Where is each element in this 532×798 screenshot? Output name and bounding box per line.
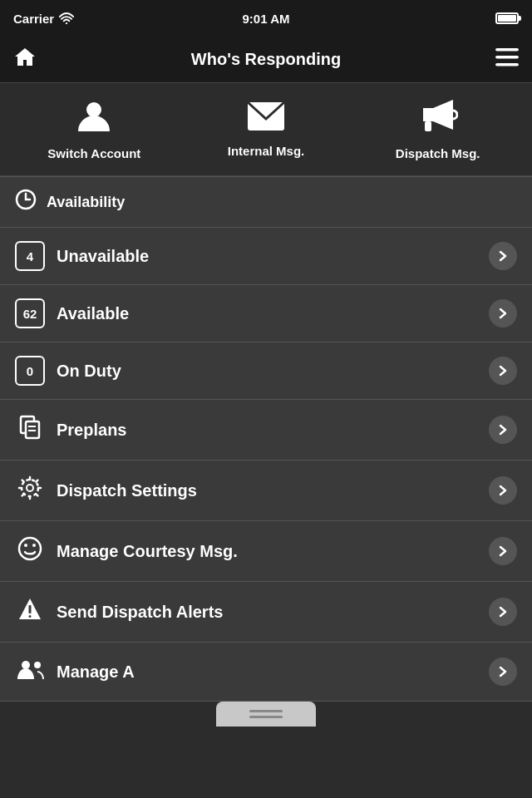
send-dispatch-chevron — [489, 598, 517, 626]
svg-point-19 — [32, 544, 36, 547]
manage-a-item[interactable]: Manage A — [0, 643, 532, 702]
preplans-icon — [15, 415, 45, 445]
available-label: Available — [57, 304, 477, 323]
manage-courtesy-item[interactable]: Manage Courtesy Msg. — [0, 521, 532, 582]
svg-point-24 — [34, 662, 41, 668]
svg-rect-21 — [29, 605, 32, 613]
on-duty-label: On Duty — [57, 362, 477, 381]
svg-rect-8 — [425, 121, 431, 131]
svg-rect-1 — [495, 48, 519, 52]
send-dispatch-item[interactable]: Send Dispatch Alerts — [0, 582, 532, 643]
on-duty-chevron — [489, 357, 517, 385]
svg-point-4 — [86, 102, 101, 117]
manage-courtesy-chevron — [489, 537, 517, 565]
unavailable-chevron — [489, 242, 517, 270]
dispatch-msg-button[interactable]: Dispatch Msg. — [352, 98, 524, 160]
switch-account-button[interactable]: Switch Account — [8, 98, 180, 160]
svg-point-18 — [24, 544, 27, 547]
svg-marker-6 — [423, 108, 433, 121]
preplans-label: Preplans — [57, 421, 477, 440]
available-badge: 62 — [15, 298, 45, 328]
send-dispatch-label: Send Dispatch Alerts — [57, 603, 477, 622]
internal-msg-label: Internal Msg. — [228, 144, 305, 158]
person-icon — [76, 98, 112, 140]
available-chevron — [489, 299, 517, 328]
availability-title: Availability — [47, 194, 125, 211]
scroll-handle[interactable] — [216, 702, 316, 727]
battery-fill — [498, 15, 516, 22]
battery-icon — [495, 12, 519, 24]
home-button[interactable] — [13, 47, 37, 73]
wifi-icon — [59, 12, 74, 24]
unavailable-label: Unavailable — [57, 247, 477, 266]
status-bar-left: Carrier — [13, 12, 74, 26]
status-bar: Carrier 9:01 AM — [0, 0, 532, 37]
page-title: Who's Responding — [191, 50, 341, 69]
menu-button[interactable] — [495, 48, 519, 71]
unavailable-badge: 4 — [15, 241, 45, 271]
quick-actions-bar: Switch Account Internal Msg. Dispatch Ms… — [0, 83, 532, 176]
manage-a-chevron — [489, 658, 517, 686]
preplans-chevron — [489, 416, 517, 444]
dispatch-settings-chevron — [489, 476, 517, 505]
scroll-line-1 — [249, 710, 283, 712]
smiley-icon — [15, 536, 45, 566]
svg-point-23 — [22, 661, 30, 669]
unavailable-item[interactable]: 4 Unavailable — [0, 228, 532, 285]
people-icon — [15, 658, 45, 686]
svg-rect-2 — [495, 56, 519, 59]
header: Who's Responding — [0, 37, 532, 83]
warning-icon — [15, 597, 45, 627]
clock-icon — [15, 189, 37, 215]
scroll-area — [0, 702, 532, 727]
svg-point-0 — [66, 22, 67, 24]
manage-courtesy-label: Manage Courtesy Msg. — [57, 542, 477, 561]
gear-icon — [15, 475, 45, 505]
on-duty-badge: 0 — [15, 356, 45, 386]
switch-account-label: Switch Account — [47, 146, 140, 160]
dispatch-settings-item[interactable]: Dispatch Settings — [0, 461, 532, 521]
internal-msg-button[interactable]: Internal Msg. — [180, 101, 352, 158]
status-bar-time: 9:01 AM — [243, 12, 290, 26]
carrier-label: Carrier — [13, 12, 54, 26]
dispatch-settings-label: Dispatch Settings — [57, 481, 477, 500]
scroll-line-2 — [249, 716, 283, 718]
dispatch-msg-label: Dispatch Msg. — [396, 146, 480, 160]
availability-section-header: Availability — [0, 176, 532, 228]
manage-a-label: Manage A — [57, 663, 477, 682]
envelope-icon — [246, 101, 286, 137]
scroll-handle-lines — [249, 710, 283, 718]
svg-rect-22 — [29, 615, 32, 618]
preplans-item[interactable]: Preplans — [0, 400, 532, 461]
available-item[interactable]: 62 Available — [0, 285, 532, 342]
svg-point-15 — [27, 485, 33, 491]
status-bar-right — [495, 12, 519, 24]
svg-point-17 — [19, 538, 41, 559]
megaphone-icon — [418, 98, 458, 140]
on-duty-item[interactable]: 0 On Duty — [0, 342, 532, 400]
svg-rect-3 — [495, 63, 519, 66]
